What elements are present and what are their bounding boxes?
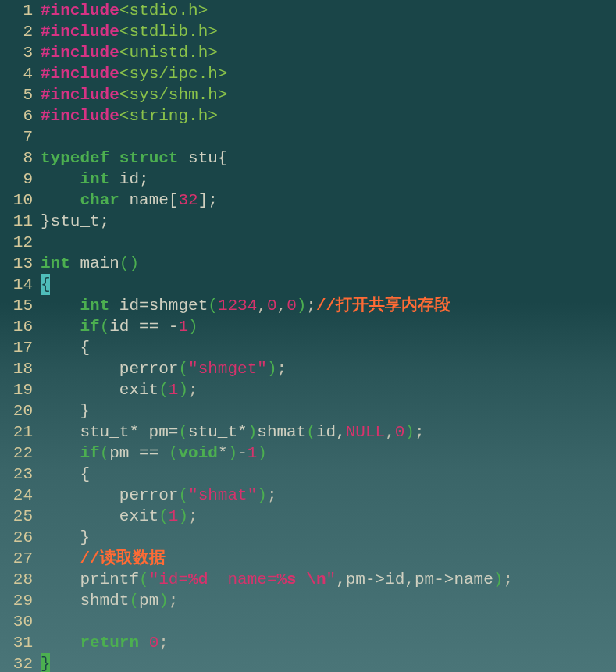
token-type: char [80, 191, 119, 209]
line-number: 22 [0, 443, 33, 464]
code-line[interactable]: exit(1); [41, 506, 616, 527]
code-line[interactable] [41, 232, 616, 253]
code-line[interactable]: } [41, 653, 616, 672]
token-preproc: #include [41, 44, 119, 62]
token-punct: ; [169, 592, 179, 610]
token-paren: ) [267, 360, 277, 378]
code-line[interactable]: #include<stdlib.h> [41, 21, 616, 42]
code-line[interactable]: //读取数据 [41, 548, 616, 569]
code-line[interactable]: stu_t* pm=(stu_t*)shmat(id,NULL,0); [41, 421, 616, 443]
token-paren: ) [178, 507, 188, 525]
token-ident: exit [41, 507, 158, 525]
line-number: 21 [0, 421, 33, 443]
token-ident: printf [41, 571, 139, 588]
line-number: 5 [0, 84, 33, 105]
line-number: 2 [0, 21, 33, 42]
token-paren: ) [257, 444, 267, 462]
code-line[interactable]: int id=shmget(1234,0,0);//打开共享内存段 [41, 295, 616, 316]
token-paren: ( [178, 360, 188, 378]
token-punct [41, 444, 80, 462]
code-line[interactable]: { [41, 274, 616, 295]
token-punct: ; [306, 297, 316, 315]
code-line[interactable]: #include<sys/shm.h> [41, 84, 616, 105]
line-number: 23 [0, 464, 33, 485]
token-keyword: if [80, 444, 99, 462]
token-punct [41, 318, 80, 336]
token-punct [41, 297, 80, 315]
line-number: 13 [0, 253, 33, 274]
token-preproc: #include [41, 107, 119, 125]
token-paren: ( [158, 507, 169, 525]
code-line[interactable]: } [41, 400, 616, 421]
line-number: 30 [0, 611, 33, 632]
token-string: "shmget" [188, 360, 267, 378]
code-area[interactable]: #include<stdio.h>#include<stdlib.h>#incl… [37, 0, 616, 672]
code-line[interactable]: if(id == -1) [41, 316, 616, 337]
token-paren: ) [493, 571, 504, 588]
code-line[interactable]: char name[32]; [41, 190, 616, 211]
token-paren: ( [100, 318, 110, 336]
token-ident: } [41, 402, 90, 420]
token-paren: ( [158, 381, 169, 399]
token-ident: ,pm->id,pm->name [336, 571, 493, 588]
code-line[interactable]: #include<string.h> [41, 105, 616, 126]
token-number: 1 [178, 318, 188, 336]
code-line[interactable]: #include<stdio.h> [41, 0, 616, 21]
line-number: 29 [0, 590, 33, 611]
code-line[interactable]: return 0; [41, 632, 616, 653]
line-number: 11 [0, 211, 33, 232]
token-include: <stdlib.h> [119, 23, 218, 41]
code-line[interactable]: } [41, 527, 616, 548]
code-editor[interactable]: 1234567891011121314151617181920212223242… [0, 0, 616, 672]
code-line[interactable]: typedef struct stu{ [41, 148, 616, 169]
line-number: 19 [0, 379, 33, 400]
token-format: %d [188, 571, 208, 588]
token-paren: ) [297, 297, 307, 315]
code-line[interactable]: { [41, 337, 616, 358]
line-number: 14 [0, 274, 33, 295]
token-punct: ; [188, 381, 198, 399]
code-line[interactable]: #include<unistd.h> [41, 42, 616, 63]
line-number: 7 [0, 126, 33, 148]
code-line[interactable]: if(pm == (void*)-1) [41, 443, 616, 464]
token-number: 0 [149, 634, 159, 652]
token-number: 0 [395, 423, 405, 441]
token-ident: stu_t* pm= [41, 423, 178, 441]
code-line[interactable]: shmdt(pm); [41, 590, 616, 611]
token-number: 1 [169, 381, 179, 399]
line-number: 18 [0, 358, 33, 379]
token-ident: pm == [109, 444, 169, 462]
token-paren: ) [158, 592, 169, 610]
line-number: 3 [0, 42, 33, 63]
line-number: 4 [0, 63, 33, 84]
token-keyword: struct [119, 149, 179, 167]
code-line[interactable]: }stu_t; [41, 211, 616, 232]
token-number: 1 [169, 507, 179, 525]
token-punct [41, 634, 80, 652]
token-paren: ( [178, 486, 188, 504]
code-line[interactable]: { [41, 464, 616, 485]
line-number: 27 [0, 548, 33, 569]
token-ident: { [41, 339, 90, 357]
code-line[interactable]: exit(1); [41, 379, 616, 400]
token-paren: ) [178, 381, 188, 399]
token-punct: ; [158, 634, 169, 652]
line-number: 24 [0, 485, 33, 506]
code-line[interactable]: perror("shmget"); [41, 358, 616, 379]
token-string: name= [208, 571, 276, 588]
token-ident: pm [139, 592, 158, 610]
code-line[interactable]: printf("id=%d name=%s \n",pm->id,pm->nam… [41, 569, 616, 590]
code-line[interactable] [41, 126, 616, 148]
code-line[interactable] [41, 611, 616, 632]
line-number: 20 [0, 400, 33, 421]
token-type: int [80, 170, 109, 188]
token-paren: ( [178, 423, 188, 441]
code-line[interactable]: perror("shmat"); [41, 485, 616, 506]
token-ident: id == - [109, 318, 178, 336]
code-line[interactable]: #include<sys/ipc.h> [41, 63, 616, 84]
token-void: void [178, 444, 217, 462]
code-line[interactable]: int id; [41, 169, 616, 190]
token-string: "shmat" [188, 486, 257, 504]
token-ident: shmdt [41, 592, 129, 610]
code-line[interactable]: int main() [41, 253, 616, 274]
